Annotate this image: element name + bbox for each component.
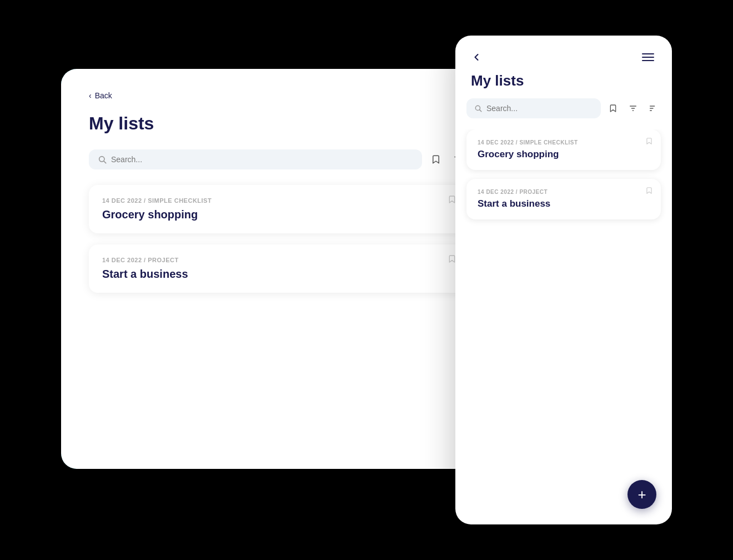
desktop-page-title: My lists	[89, 113, 466, 134]
mobile-search-row	[455, 98, 672, 129]
mobile-list-name-2: Start a business	[478, 198, 650, 209]
mobile-back-button[interactable]	[471, 52, 482, 63]
mobile-list-item-2[interactable]: 14 DEC 2022 / PROJECT Start a business	[466, 179, 661, 219]
desktop-search-input-wrap[interactable]	[89, 149, 422, 169]
mobile-footer: +	[455, 469, 672, 524]
mobile-bookmark-icon-1[interactable]	[645, 137, 653, 147]
mobile-list-item-1[interactable]: 14 DEC 2022 / SIMPLE CHECKLIST Grocery s…	[466, 129, 661, 170]
search-icon	[98, 155, 107, 164]
mobile-list-area: 14 DEC 2022 / SIMPLE CHECKLIST Grocery s…	[455, 129, 672, 469]
desktop-list-item-2[interactable]: 14 DEC 2022 / PROJECT Start a business	[89, 244, 466, 293]
desktop-list-meta-1: 14 DEC 2022 / SIMPLE CHECKLIST	[102, 197, 453, 204]
mobile-bookmark-icon-2[interactable]	[645, 187, 653, 197]
mobile-header	[455, 36, 672, 63]
mobile-menu-button[interactable]	[640, 51, 656, 63]
bookmark-filter-button[interactable]	[428, 151, 444, 168]
svg-line-1	[104, 161, 106, 163]
desktop-search-bar	[89, 149, 466, 169]
desktop-list-item-1[interactable]: 14 DEC 2022 / SIMPLE CHECKLIST Grocery s…	[89, 185, 466, 233]
back-label: Back	[95, 91, 112, 100]
back-chevron-icon: ‹	[89, 91, 92, 100]
mobile-search-input-wrap[interactable]	[466, 98, 601, 118]
hamburger-line-1	[642, 53, 654, 54]
add-list-fab-button[interactable]: +	[627, 480, 656, 509]
desktop-card: ‹ Back My lists	[61, 69, 494, 469]
hamburger-line-3	[642, 60, 654, 61]
desktop-list-meta-2: 14 DEC 2022 / PROJECT	[102, 257, 453, 263]
mobile-bookmark-filter-button[interactable]	[605, 101, 621, 116]
mobile-page-title: My lists	[455, 63, 672, 98]
desktop-list-name-1: Grocery shopping	[102, 208, 453, 221]
mobile-list-meta-1: 14 DEC 2022 / SIMPLE CHECKLIST	[478, 139, 650, 146]
desktop-list-name-2: Start a business	[102, 268, 453, 281]
mobile-search-input[interactable]	[486, 104, 593, 113]
mobile-sort-button[interactable]	[645, 101, 661, 116]
hamburger-line-2	[642, 57, 654, 58]
mobile-list-name-1: Grocery shopping	[478, 149, 650, 160]
mobile-list-meta-2: 14 DEC 2022 / PROJECT	[478, 189, 650, 195]
plus-icon: +	[637, 487, 646, 502]
svg-line-6	[480, 110, 481, 112]
desktop-search-input[interactable]	[111, 155, 413, 164]
back-nav[interactable]: ‹ Back	[89, 91, 466, 100]
mobile-card: My lists	[455, 36, 672, 524]
mobile-filter-button[interactable]	[625, 101, 641, 116]
mobile-search-icon	[474, 104, 482, 112]
